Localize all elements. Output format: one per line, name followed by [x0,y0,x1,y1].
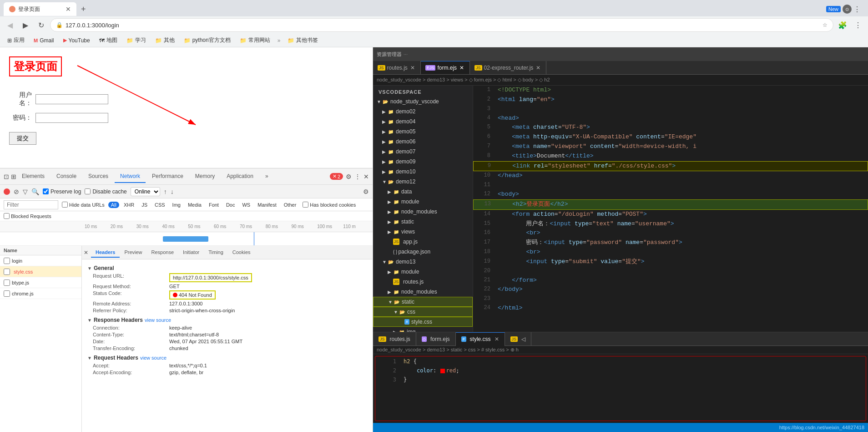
filter-other[interactable]: Other [281,202,299,208]
network-row-stylecss[interactable]: style.css [0,266,81,277]
tab-performance[interactable]: Performance [146,170,189,183]
bookmark-gmail[interactable]: M Gmail [30,36,58,45]
filter-img[interactable]: Img [170,202,183,208]
sidebar-item-img[interactable]: ▶ 📁 img [373,327,473,332]
clear-button[interactable]: ⊘ [14,188,19,195]
sidebar-item-demo13[interactable]: ▼ 📂 demo13 [373,257,473,267]
close-devtools-icon[interactable]: ✕ [363,173,369,180]
sidebar-item-demo02[interactable]: ▶ 📁 demo02 [373,107,473,117]
bottom-tab-js[interactable]: JS ◁ [505,332,532,346]
export-button[interactable]: ↓ [171,188,174,195]
bookmark-common[interactable]: 📁 常用网站 [236,36,274,45]
vscode-tab-formejs[interactable]: EJS form.ejs ✕ [421,61,470,75]
network-row-login[interactable]: login [0,255,81,266]
search-icon[interactable]: 🔍 [31,188,39,195]
tab-memory[interactable]: Memory [190,170,220,183]
submit-button[interactable]: 提交 [9,132,36,145]
sidebar-item-appjs[interactable]: ▶ JS app.js [373,237,473,247]
filter-manifest[interactable]: Manifest [255,202,279,208]
back-button[interactable]: ◀ [4,19,16,31]
network-row-btypejs[interactable]: btype.js [0,277,81,288]
filter-icon[interactable]: ▽ [23,188,28,195]
sidebar-item-node-study[interactable]: ▼ 📂 node_study_vscode [373,97,473,107]
vscode-tab-routesjs[interactable]: JS routes.js ✕ [373,61,421,75]
sidebar-item-demo05[interactable]: ▶ 📁 demo05 [373,127,473,137]
user-avatar[interactable]: ⊙ [843,5,852,14]
bookmark-python[interactable]: 📁 python官方文档 [180,36,234,45]
throttle-select[interactable]: Online [131,187,160,196]
detail-tab-response[interactable]: Response [147,248,179,258]
tab-console[interactable]: Console [51,170,82,183]
02express-close[interactable]: ✕ [535,65,541,71]
detail-close-button[interactable]: ✕ [84,249,88,256]
sidebar-item-nodemodules12[interactable]: ▶ 📁 node_modules [373,207,473,217]
sidebar-item-packagejson12[interactable]: ▶ { } package.json [373,247,473,257]
record-button[interactable] [4,188,10,195]
address-bar[interactable]: 🔒 127.0.0.1:3000/login ☆ [50,18,833,32]
tab-network[interactable]: Network [115,170,146,183]
bookmark-maps[interactable]: 🗺 地图 [96,36,121,45]
network-row-chromejs[interactable]: chrome.js [0,288,81,299]
filter-all[interactable]: All [108,202,119,208]
bottom-tab-routesjs[interactable]: JS routes.js [373,332,416,346]
row-checkbox[interactable] [4,280,10,286]
sidebar-item-demo04[interactable]: ▶ 📁 demo04 [373,117,473,127]
sidebar-item-demo07[interactable]: ▶ 📁 demo07 [373,147,473,157]
row-checkbox[interactable] [4,290,10,297]
filter-input[interactable] [4,200,58,209]
view-source-link2[interactable]: view source [140,355,167,361]
sidebar-item-static12[interactable]: ▶ 📁 static [373,217,473,227]
detail-tab-initiator[interactable]: Initiator [178,248,204,258]
bookmark-other[interactable]: 📁 其他 [151,36,178,45]
reload-button[interactable]: ↻ [35,19,47,31]
blocked-cookies-checkbox[interactable]: Has blocked cookies [303,202,356,208]
username-input[interactable] [35,94,108,104]
detail-tab-timing[interactable]: Timing [204,248,228,258]
password-input[interactable] [35,113,108,123]
sidebar-item-demo09[interactable]: ▶ 📁 demo09 [373,157,473,167]
detail-tab-preview[interactable]: Preview [120,248,146,258]
tab-application[interactable]: Application [221,170,259,183]
more-button[interactable]: ⋮ [853,5,861,14]
row-checkbox[interactable] [4,269,10,275]
blocked-requests-checkbox[interactable]: Blocked Requests [4,213,51,219]
new-tab-button[interactable]: + [79,5,88,14]
sidebar-item-demo10[interactable]: ▶ 📁 demo10 [373,167,473,177]
filter-doc[interactable]: Doc [223,202,238,208]
hide-data-urls-checkbox[interactable]: Hide data URLs [62,202,105,208]
bottom-tab-stylecss[interactable]: # style.css ✕ [456,332,505,346]
chrome-menu-button[interactable]: ⋮ [852,19,864,31]
tab-elements[interactable]: Elements [16,170,50,183]
disable-cache-checkbox[interactable]: Disable cache [85,188,126,195]
bookmark-star-icon[interactable]: ☆ [823,22,828,28]
detail-tab-cookies[interactable]: Cookies [228,248,255,258]
filter-css[interactable]: CSS [152,202,168,208]
hide-data-urls-input[interactable] [62,202,68,208]
view-source-link[interactable]: view source [145,317,171,323]
blocked-requests-input[interactable] [4,213,10,219]
disable-cache-input[interactable] [85,188,91,194]
preserve-log-input[interactable] [43,188,49,194]
detail-tab-headers[interactable]: Headers [91,248,120,258]
sidebar-item-nodemodules13[interactable]: ▶ 📁 node_modules [373,287,473,297]
extensions-button[interactable]: 🧩 [836,19,849,31]
filter-xhr[interactable]: XHR [121,202,137,208]
bookmark-study[interactable]: 📁 学习 [123,36,150,45]
bookmark-other-bookmarks[interactable]: 📁 其他书签 [284,36,322,45]
more-devtools-icon[interactable]: ⋮ [354,173,361,180]
filter-js[interactable]: JS [139,202,150,208]
sidebar-item-demo12[interactable]: ▼ 📂 demo12 [373,177,473,187]
sidebar-item-demo06[interactable]: ▶ 📁 demo06 [373,137,473,147]
tab-more[interactable]: » [260,170,274,183]
settings-icon[interactable]: ⚙ [346,173,352,180]
tab-close-icon[interactable]: ✕ [495,336,499,342]
sidebar-item-data[interactable]: ▶ 📁 data [373,187,473,197]
sidebar-item-module12[interactable]: ▶ 📁 module [373,197,473,207]
sidebar-item-routesjs13[interactable]: ▶ JS routes.js [373,277,473,287]
bookmark-apps[interactable]: ⊞ 应用 [4,36,28,45]
sidebar-item-views12[interactable]: ▶ 📁 views [373,227,473,237]
sidebar-item-module13[interactable]: ▶ 📁 module [373,267,473,277]
blocked-cookies-input[interactable] [303,202,308,208]
sidebar-item-stylecss[interactable]: ▶ # style.css [373,317,473,327]
filter-ws[interactable]: WS [239,202,253,208]
